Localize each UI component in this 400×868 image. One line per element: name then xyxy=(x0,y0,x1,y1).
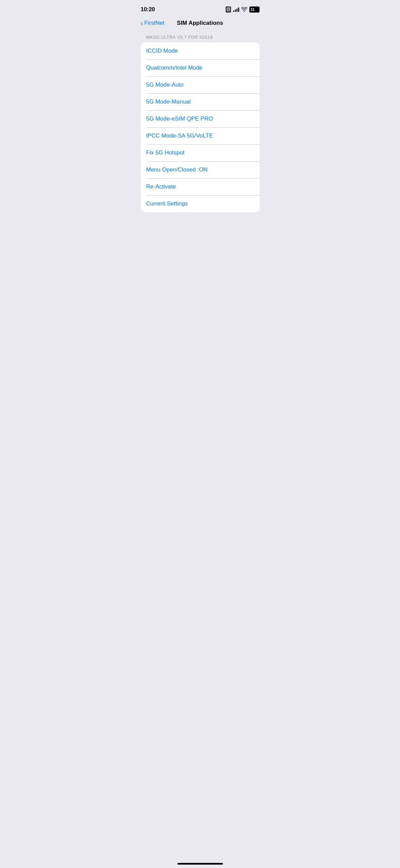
nav-bar: ‹ FirstNet SIM Applications xyxy=(134,17,266,32)
list-item-current-settings[interactable]: Current Settings xyxy=(141,195,260,212)
list-item-5g-mode-auto[interactable]: 5G Mode-Auto xyxy=(141,76,260,93)
svg-rect-1 xyxy=(228,8,229,9)
svg-rect-3 xyxy=(228,10,228,10)
status-bar: 10:20 31 xyxy=(134,0,266,17)
signal-bars-icon xyxy=(233,7,239,12)
list-item-label-5g-mode-esim-qpe-pro: 5G Mode-eSIM QPE PRO xyxy=(146,115,213,122)
back-chevron-icon: ‹ xyxy=(141,20,143,26)
battery-indicator: 31 xyxy=(249,6,260,13)
back-button[interactable]: ‹ FirstNet xyxy=(141,20,165,26)
list-item-label-qualcomm-intel-mode: Qualcomm/Intel Mode xyxy=(146,65,203,71)
status-time: 10:20 xyxy=(141,6,155,13)
list-item-label-iccid-mode: ICCID Mode xyxy=(146,48,178,54)
back-label: FirstNet xyxy=(144,20,165,26)
list-item-label-5g-mode-auto: 5G Mode-Auto xyxy=(146,82,184,88)
list-item-iccid-mode[interactable]: ICCID Mode xyxy=(141,42,260,59)
list-item-label-menu-open-closed-on: Menu Open/Closed :ON xyxy=(146,166,208,173)
list-item-label-5g-mode-manual: 5G Mode-Manual xyxy=(146,98,191,105)
list-item-menu-open-closed-on[interactable]: Menu Open/Closed :ON xyxy=(141,161,260,178)
list-item-label-ipcc-mode-sa-5g-volte: IPCC Mode-SA 5G/VoLTE xyxy=(146,132,213,139)
list-item-label-fix-5g-hotspot: Fix 5G Hotspot xyxy=(146,149,185,156)
content-area: MKSD ULTRA V5.7 FOR IOS18 ICCID ModeQual… xyxy=(134,32,266,226)
status-icons: 31 xyxy=(226,6,260,13)
list-item-fix-5g-hotspot[interactable]: Fix 5G Hotspot xyxy=(141,144,260,161)
battery-level: 31 xyxy=(251,7,255,12)
list-item-5g-mode-esim-qpe-pro[interactable]: 5G Mode-eSIM QPE PRO xyxy=(141,110,260,127)
sim-applications-list: ICCID ModeQualcomm/Intel Mode5G Mode-Aut… xyxy=(141,42,260,212)
list-item-ipcc-mode-sa-5g-volte[interactable]: IPCC Mode-SA 5G/VoLTE xyxy=(141,127,260,144)
list-item-label-re-activate: Re-Activate xyxy=(146,183,176,190)
list-item-label-current-settings: Current Settings xyxy=(146,200,188,207)
list-item-qualcomm-intel-mode[interactable]: Qualcomm/Intel Mode xyxy=(141,59,260,76)
notification-icon xyxy=(226,6,231,13)
list-item-5g-mode-manual[interactable]: 5G Mode-Manual xyxy=(141,93,260,110)
section-header: MKSD ULTRA V5.7 FOR IOS18 xyxy=(141,35,260,42)
svg-rect-2 xyxy=(228,9,229,10)
list-item-re-activate[interactable]: Re-Activate xyxy=(141,178,260,195)
page-title: SIM Applications xyxy=(177,20,223,26)
wifi-icon xyxy=(241,7,247,12)
